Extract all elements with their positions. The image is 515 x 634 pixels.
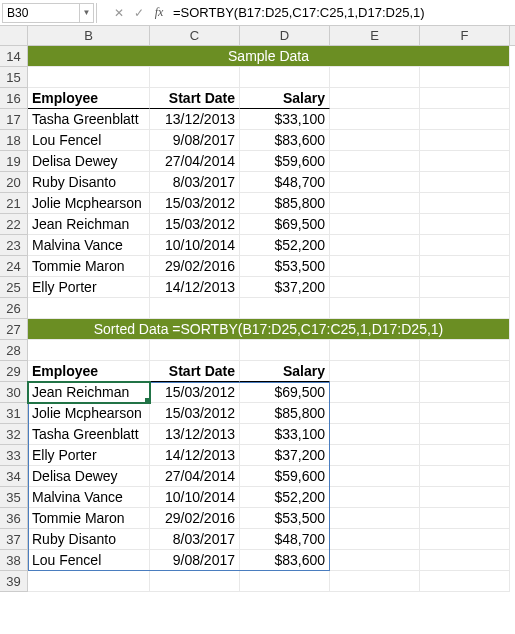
- cell-33-C[interactable]: 14/12/2013: [150, 445, 240, 466]
- cell-28-C[interactable]: [150, 340, 240, 361]
- cell-35-E[interactable]: [330, 487, 420, 508]
- cell-36-E[interactable]: [330, 508, 420, 529]
- col-header-F[interactable]: F: [420, 26, 510, 45]
- cell-26-B[interactable]: [28, 298, 150, 319]
- cell-21-C[interactable]: 15/03/2012: [150, 193, 240, 214]
- row-header-14[interactable]: 14: [0, 46, 28, 67]
- row-header-34[interactable]: 34: [0, 466, 28, 487]
- fx-button[interactable]: fx: [149, 3, 169, 23]
- cell-34-B[interactable]: Delisa Dewey: [28, 466, 150, 487]
- cell-29-D[interactable]: Salary: [240, 361, 330, 382]
- cell-28-F[interactable]: [420, 340, 510, 361]
- select-all-corner[interactable]: [0, 26, 28, 45]
- cell-29-E[interactable]: [330, 361, 420, 382]
- cell-16-B[interactable]: Employee: [28, 88, 150, 109]
- cell-15-D[interactable]: [240, 67, 330, 88]
- cell-18-F[interactable]: [420, 130, 510, 151]
- cell-28-B[interactable]: [28, 340, 150, 361]
- cell-23-D[interactable]: $52,200: [240, 235, 330, 256]
- cell-35-C[interactable]: 10/10/2014: [150, 487, 240, 508]
- cell-22-D[interactable]: $69,500: [240, 214, 330, 235]
- cell-32-C[interactable]: 13/12/2013: [150, 424, 240, 445]
- cell-33-B[interactable]: Elly Porter: [28, 445, 150, 466]
- name-box[interactable]: [2, 3, 80, 23]
- cell-30-F[interactable]: [420, 382, 510, 403]
- cell-16-D[interactable]: Salary: [240, 88, 330, 109]
- cell-34-F[interactable]: [420, 466, 510, 487]
- cell-22-B[interactable]: Jean Reichman: [28, 214, 150, 235]
- cell-15-F[interactable]: [420, 67, 510, 88]
- row-header-35[interactable]: 35: [0, 487, 28, 508]
- row-header-18[interactable]: 18: [0, 130, 28, 151]
- cell-19-E[interactable]: [330, 151, 420, 172]
- cell-21-E[interactable]: [330, 193, 420, 214]
- name-box-dropdown[interactable]: ▼: [80, 3, 94, 23]
- col-header-B[interactable]: B: [28, 26, 150, 45]
- cell-35-D[interactable]: $52,200: [240, 487, 330, 508]
- cell-22-E[interactable]: [330, 214, 420, 235]
- cell-34-C[interactable]: 27/04/2014: [150, 466, 240, 487]
- cell-23-C[interactable]: 10/10/2014: [150, 235, 240, 256]
- banner-sample-data[interactable]: Sample Data: [28, 46, 510, 67]
- cell-32-B[interactable]: Tasha Greenblatt: [28, 424, 150, 445]
- cell-26-D[interactable]: [240, 298, 330, 319]
- cell-24-B[interactable]: Tommie Maron: [28, 256, 150, 277]
- cell-38-C[interactable]: 9/08/2017: [150, 550, 240, 571]
- cell-19-B[interactable]: Delisa Dewey: [28, 151, 150, 172]
- cell-30-C[interactable]: 15/03/2012: [150, 382, 240, 403]
- cell-18-E[interactable]: [330, 130, 420, 151]
- cell-17-D[interactable]: $33,100: [240, 109, 330, 130]
- cell-32-E[interactable]: [330, 424, 420, 445]
- cell-38-F[interactable]: [420, 550, 510, 571]
- cell-26-E[interactable]: [330, 298, 420, 319]
- row-header-33[interactable]: 33: [0, 445, 28, 466]
- cell-16-E[interactable]: [330, 88, 420, 109]
- row-header-21[interactable]: 21: [0, 193, 28, 214]
- cell-25-E[interactable]: [330, 277, 420, 298]
- row-header-15[interactable]: 15: [0, 67, 28, 88]
- cell-30-B[interactable]: Jean Reichman: [28, 382, 150, 403]
- cell-15-B[interactable]: [28, 67, 150, 88]
- cell-18-D[interactable]: $83,600: [240, 130, 330, 151]
- cell-33-E[interactable]: [330, 445, 420, 466]
- cell-17-F[interactable]: [420, 109, 510, 130]
- row-header-27[interactable]: 27: [0, 319, 28, 340]
- row-header-16[interactable]: 16: [0, 88, 28, 109]
- cell-36-D[interactable]: $53,500: [240, 508, 330, 529]
- cell-38-E[interactable]: [330, 550, 420, 571]
- cell-18-B[interactable]: Lou Fencel: [28, 130, 150, 151]
- cell-26-C[interactable]: [150, 298, 240, 319]
- row-header-25[interactable]: 25: [0, 277, 28, 298]
- cell-34-E[interactable]: [330, 466, 420, 487]
- row-header-23[interactable]: 23: [0, 235, 28, 256]
- cell-32-F[interactable]: [420, 424, 510, 445]
- cell-15-C[interactable]: [150, 67, 240, 88]
- cell-21-D[interactable]: $85,800: [240, 193, 330, 214]
- banner-sorted-data[interactable]: Sorted Data =SORTBY(B17:D25,C17:C25,1,D1…: [28, 319, 510, 340]
- confirm-formula-button[interactable]: ✓: [129, 3, 149, 23]
- cell-20-F[interactable]: [420, 172, 510, 193]
- cell-20-D[interactable]: $48,700: [240, 172, 330, 193]
- cancel-formula-button[interactable]: ✕: [109, 3, 129, 23]
- row-header-20[interactable]: 20: [0, 172, 28, 193]
- cell-17-C[interactable]: 13/12/2013: [150, 109, 240, 130]
- cell-16-F[interactable]: [420, 88, 510, 109]
- cell-28-D[interactable]: [240, 340, 330, 361]
- cell-36-B[interactable]: Tommie Maron: [28, 508, 150, 529]
- cell-21-B[interactable]: Jolie Mcphearson: [28, 193, 150, 214]
- formula-input[interactable]: [169, 3, 515, 23]
- cell-39-F[interactable]: [420, 571, 510, 592]
- cell-37-F[interactable]: [420, 529, 510, 550]
- cell-31-B[interactable]: Jolie Mcphearson: [28, 403, 150, 424]
- cell-31-C[interactable]: 15/03/2012: [150, 403, 240, 424]
- cell-36-F[interactable]: [420, 508, 510, 529]
- cell-37-B[interactable]: Ruby Disanto: [28, 529, 150, 550]
- col-header-E[interactable]: E: [330, 26, 420, 45]
- row-header-39[interactable]: 39: [0, 571, 28, 592]
- cell-19-C[interactable]: 27/04/2014: [150, 151, 240, 172]
- cell-35-F[interactable]: [420, 487, 510, 508]
- cell-25-D[interactable]: $37,200: [240, 277, 330, 298]
- cell-25-C[interactable]: 14/12/2013: [150, 277, 240, 298]
- cell-29-C[interactable]: Start Date: [150, 361, 240, 382]
- cell-37-C[interactable]: 8/03/2017: [150, 529, 240, 550]
